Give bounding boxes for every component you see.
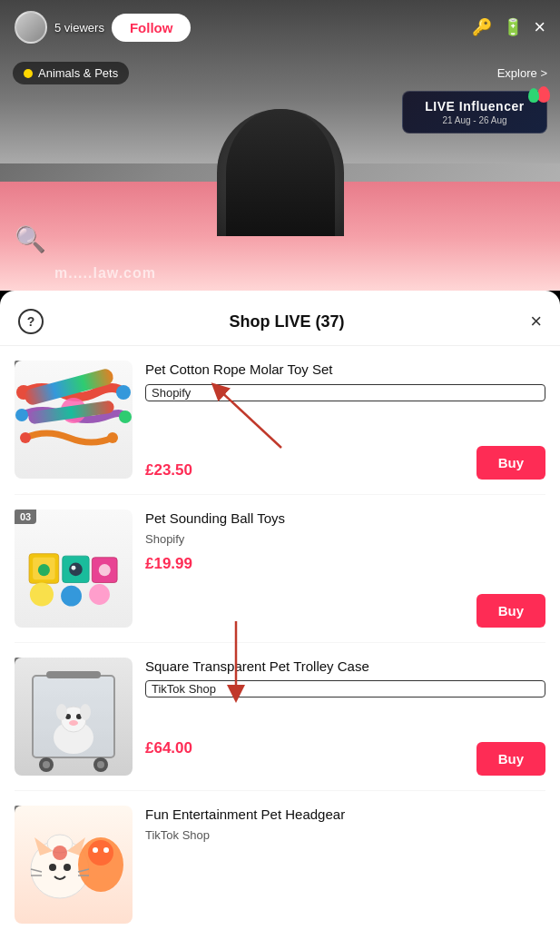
svg-point-30 xyxy=(80,704,91,720)
badge-title: LIVE Influencer xyxy=(414,99,535,114)
sheet-title: Shop LIVE (37) xyxy=(230,312,345,331)
svg-point-21 xyxy=(43,761,50,768)
svg-point-1 xyxy=(116,385,131,400)
viewers-count: 5 viewers xyxy=(54,21,104,35)
svg-point-3 xyxy=(119,411,132,423)
svg-point-11 xyxy=(69,562,83,576)
svg-point-5 xyxy=(107,432,118,443)
product-image-wrap: 03 xyxy=(15,510,133,628)
svg-point-16 xyxy=(61,585,82,606)
svg-point-34 xyxy=(64,864,71,871)
annotation-arrow xyxy=(200,380,309,452)
product-name: Square Transparent Pet Trolley Case xyxy=(145,658,545,676)
product-list: 02 xyxy=(0,346,560,930)
product-item: 02 xyxy=(15,346,545,495)
product-image-wrap: 02 xyxy=(15,361,133,479)
svg-point-6 xyxy=(61,398,86,423)
follow-button[interactable]: Follow xyxy=(112,14,192,42)
product-source: Shopify xyxy=(145,532,545,546)
product-info: Pet Sounding Ball Toys Shopify £19.99 xyxy=(145,510,545,574)
category-dot xyxy=(24,69,33,78)
key-icon: 🔑 xyxy=(472,17,492,37)
product-name: Pet Sounding Ball Toys xyxy=(145,510,545,528)
category-label: Animals & Pets xyxy=(38,66,118,80)
help-button[interactable]: ? xyxy=(18,309,44,334)
svg-point-17 xyxy=(89,584,110,605)
svg-point-15 xyxy=(30,582,54,606)
svg-point-29 xyxy=(56,704,67,720)
annotation-arrow-2 xyxy=(218,612,309,712)
battery-icon: 🔋 xyxy=(503,17,523,37)
svg-point-28 xyxy=(69,720,78,726)
product-image-wrap: 04 xyxy=(15,658,133,776)
sheet-close-button[interactable]: × xyxy=(530,312,542,331)
url-overlay: m.....law.com xyxy=(54,265,156,282)
live-close-icon[interactable]: × xyxy=(534,17,545,37)
svg-point-4 xyxy=(20,432,31,443)
svg-point-2 xyxy=(15,409,28,421)
product-name: Pet Cotton Rope Molar Toy Set xyxy=(145,361,545,379)
avatar xyxy=(15,11,47,44)
product-image xyxy=(15,658,133,776)
product-image xyxy=(15,806,133,924)
svg-point-14 xyxy=(99,564,111,576)
badge-date: 21 Aug - 26 Aug xyxy=(414,115,535,125)
product-image xyxy=(15,361,133,479)
balloon2-icon xyxy=(528,88,539,103)
product-item: 04 xyxy=(15,643,545,791)
svg-point-12 xyxy=(72,565,76,569)
top-right-icons: 🔑 🔋 × xyxy=(472,17,545,37)
live-top-bar: 5 viewers Follow 🔑 🔋 × xyxy=(0,0,560,54)
svg-point-39 xyxy=(103,847,109,853)
search-icon-live[interactable]: 🔍 xyxy=(15,224,46,254)
svg-point-23 xyxy=(97,761,104,768)
buy-button[interactable]: Buy xyxy=(476,742,545,776)
product-item: 05 xyxy=(15,791,545,931)
product-number: 03 xyxy=(15,510,36,524)
product-image-wrap: 05 xyxy=(15,806,133,924)
product-name: Fun Entertainment Pet Headgear xyxy=(145,806,545,824)
buy-button[interactable]: Buy xyxy=(476,446,545,480)
sheet-header: ? Shop LIVE (37) × xyxy=(0,291,560,346)
svg-point-35 xyxy=(53,846,67,860)
product-info: Fun Entertainment Pet Headgear TikTok Sh… xyxy=(145,806,545,843)
shop-bottom-sheet: ? Shop LIVE (37) × 02 xyxy=(0,291,560,930)
category-bar: Animals & Pets Explore > xyxy=(0,62,560,84)
explore-button[interactable]: Explore > xyxy=(497,66,547,80)
product-source: TikTok Shop xyxy=(145,828,545,842)
live-video-area: 5 viewers Follow 🔑 🔋 × Animals & Pets Ex… xyxy=(0,0,560,291)
buy-button[interactable]: Buy xyxy=(476,594,545,628)
product-source: TikTok Shop xyxy=(145,680,545,698)
svg-point-0 xyxy=(16,385,31,400)
svg-point-37 xyxy=(88,840,113,866)
svg-rect-19 xyxy=(46,671,101,678)
viewers-info: 5 viewers Follow xyxy=(15,11,191,44)
balloon-icon xyxy=(537,86,550,103)
influencer-badge: LIVE Influencer 21 Aug - 26 Aug xyxy=(402,91,547,134)
category-tag[interactable]: Animals & Pets xyxy=(13,62,129,84)
svg-point-9 xyxy=(38,564,50,576)
svg-point-38 xyxy=(93,847,98,853)
product-image xyxy=(15,510,133,628)
svg-point-33 xyxy=(49,864,56,871)
product-price: £19.99 xyxy=(145,555,545,573)
